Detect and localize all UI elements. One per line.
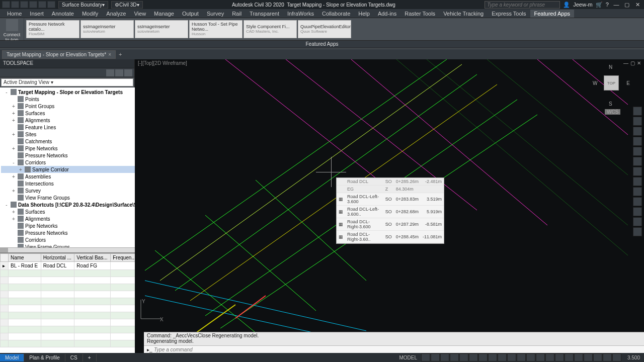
nav-show-icon[interactable] <box>633 147 642 156</box>
status-btn-snap[interactable] <box>431 353 440 361</box>
status-btn-iso[interactable] <box>574 353 583 361</box>
close-button[interactable]: ✕ <box>633 2 642 8</box>
vp-close-icon[interactable]: ✕ <box>637 60 641 66</box>
ribbon-tab-help[interactable]: Help <box>354 10 374 18</box>
wcs-label[interactable]: WCS <box>605 109 620 115</box>
status-btn-hw[interactable] <box>584 353 593 361</box>
grid-header[interactable]: Name <box>9 254 41 262</box>
status-btn-lwt[interactable] <box>498 353 507 361</box>
status-btn-otrack[interactable] <box>478 353 488 361</box>
workspace-selector[interactable]: Surface Boundary ▾ <box>58 1 108 9</box>
tree-node[interactable]: +Point Groups <box>1 103 156 110</box>
toolspace-view-dropdown[interactable]: Active Drawing View ▾ <box>1 78 133 86</box>
ribbon-tab-express-tools[interactable]: Express Tools <box>488 10 530 18</box>
signin-icon[interactable]: 👤 <box>563 2 570 8</box>
model-mode-label[interactable]: MODEL <box>395 355 421 360</box>
tree-node[interactable]: +Sites <box>1 131 156 138</box>
ribbon-tab-rail[interactable]: Rail <box>228 10 246 18</box>
ribbon-tab-collaborate[interactable]: Collaborate <box>318 10 354 18</box>
nav-extra1-icon[interactable] <box>633 157 642 166</box>
minimize-button[interactable]: — <box>612 2 621 8</box>
add-tab-button[interactable]: + <box>116 50 125 58</box>
status-btn-qp[interactable] <box>565 353 574 361</box>
ribbon-tab-raster-tools[interactable]: Raster Tools <box>400 10 439 18</box>
ribbon-tab-home[interactable]: Home <box>3 10 26 18</box>
new-icon[interactable] <box>11 1 19 8</box>
undo-icon[interactable] <box>38 1 46 8</box>
grid-header[interactable]: Vertical Bas... <box>74 254 111 262</box>
grid-header[interactable]: Horizontal ... <box>41 254 74 262</box>
nav-extra5-icon[interactable] <box>633 197 642 206</box>
tree-node[interactable]: View Frame Groups <box>1 243 156 247</box>
tree-node[interactable]: View Frame Groups <box>1 194 156 201</box>
ribbon-tab-featured-apps[interactable]: Featured Apps <box>530 10 575 18</box>
tree-node[interactable]: -Corridors <box>1 159 156 166</box>
status-btn-polar[interactable] <box>450 353 459 361</box>
tree-node[interactable]: +Assemblies <box>1 173 156 180</box>
tree-node[interactable]: -Data Shortcuts [I:\CEP 20.8-32.4\Design… <box>1 201 156 208</box>
nav-extra7-icon[interactable] <box>633 217 642 226</box>
save-icon[interactable] <box>29 1 37 8</box>
tree-node[interactable]: +Alignments <box>1 215 156 222</box>
status-btn-transp[interactable] <box>507 353 516 361</box>
drawing-tab[interactable]: Target Mapping - Slope or Elevation Targ… <box>2 50 116 59</box>
nav-extra3-icon[interactable] <box>633 177 642 186</box>
status-btn-anno[interactable] <box>526 353 535 361</box>
tree-node[interactable]: Pressure Networks <box>1 229 156 236</box>
nav-orbit-icon[interactable] <box>633 137 642 146</box>
anno-scale[interactable]: 3.500 <box>623 355 644 360</box>
nav-extra4-icon[interactable] <box>633 187 642 196</box>
layout-tab[interactable]: + <box>83 354 97 361</box>
tree-node[interactable]: -Target Mapping - Slope or Elevation Tar… <box>1 88 156 96</box>
open-icon[interactable] <box>20 1 28 8</box>
tree-node[interactable]: Pipe Networks <box>1 222 156 229</box>
featured-app-card[interactable]: Pressure Network catalo...FlowBIM <box>26 20 79 38</box>
grid-row[interactable]: ▸BL - Road ERoad DCLRoad FG... <box>1 262 157 270</box>
status-btn-dyn[interactable] <box>488 353 497 361</box>
tree-hscrollbar[interactable] <box>0 247 157 252</box>
restore-button[interactable]: ▢ <box>622 2 631 8</box>
view-cube-face[interactable]: TOP <box>604 75 619 90</box>
featured-app-card[interactable]: ssImageInsertersoloviewtom <box>80 20 134 38</box>
ribbon-tab-analyze[interactable]: Analyze <box>102 10 130 18</box>
close-tab-icon[interactable]: × <box>108 52 111 57</box>
ribbon-tab-transparent[interactable]: Transparent <box>246 10 283 18</box>
ribbon-tab-infraworks[interactable]: InfraWorks <box>283 10 318 18</box>
ribbon-tab-add-ins[interactable]: Add-ins <box>374 10 400 18</box>
nav-extra8-icon[interactable] <box>633 227 642 236</box>
status-btn-cycle[interactable] <box>517 353 526 361</box>
command-input[interactable] <box>154 347 641 352</box>
exchange-icon[interactable]: 🛒 <box>596 2 603 8</box>
nav-full-icon[interactable] <box>633 107 642 116</box>
nav-extra6-icon[interactable] <box>633 207 642 216</box>
status-btn-monitor[interactable] <box>545 353 554 361</box>
layout-tab[interactable]: CS <box>65 354 83 361</box>
tree-node[interactable]: +Surfaces <box>1 110 156 117</box>
tree-node[interactable]: Feature Lines <box>1 124 156 131</box>
nav-extra2-icon[interactable] <box>633 167 642 176</box>
tree-node[interactable]: Corridors <box>1 236 156 243</box>
vp-max-icon[interactable]: ▢ <box>630 60 635 66</box>
status-btn-osnap[interactable] <box>459 353 468 361</box>
ribbon-tab-insert[interactable]: Insert <box>26 10 48 18</box>
ribbon-tab-manage[interactable]: Manage <box>150 10 178 18</box>
status-btn-ortho[interactable] <box>440 353 449 361</box>
ribbon-tab-view[interactable]: View <box>130 10 150 18</box>
ts-btn-3[interactable] <box>124 69 132 76</box>
command-line[interactable]: Command: _AeccVecsClose Regenerating mod… <box>144 332 644 353</box>
tree-node[interactable]: +Pipe Networks <box>1 145 156 152</box>
user-name[interactable]: Jeew-m <box>573 2 593 8</box>
nav-zoom-icon[interactable] <box>633 127 642 136</box>
status-btn-3dosnap[interactable] <box>469 353 478 361</box>
product-selector[interactable]: ⚙ Civil 3D ▾ <box>111 1 142 9</box>
featured-app-card[interactable]: Husson Tool - Set Pipe Netwo...Husson <box>189 20 243 38</box>
vp-min-icon[interactable]: — <box>623 60 628 66</box>
help-search-input[interactable] <box>485 1 560 9</box>
ts-btn-1[interactable] <box>106 69 114 76</box>
layout-tab[interactable]: Plan & Profile <box>24 354 65 361</box>
prospector-tree[interactable]: -Target Mapping - Slope or Elevation Tar… <box>0 87 157 247</box>
redo-icon[interactable] <box>47 1 55 8</box>
ribbon-tab-output[interactable]: Output <box>178 10 203 18</box>
ribbon-tab-annotate[interactable]: Annotate <box>48 10 78 18</box>
status-btn-grid[interactable] <box>421 353 430 361</box>
